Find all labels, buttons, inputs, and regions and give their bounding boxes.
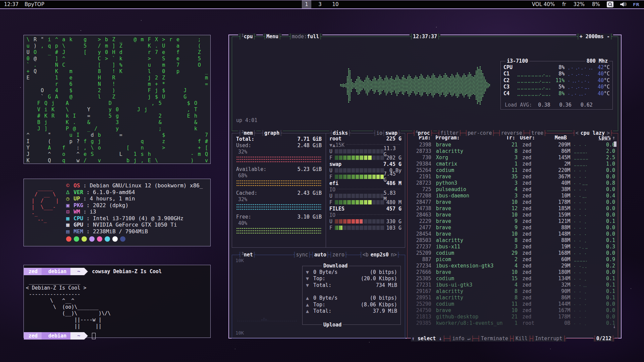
- terminal-cursor[interactable]: [92, 333, 96, 339]
- proc-tab-reverse[interactable]: reverse: [501, 130, 522, 136]
- proc-tab-filter[interactable]: filter: [440, 130, 459, 136]
- sort-prev-button[interactable]: <: [576, 130, 579, 136]
- cpu-icon: ▦: [66, 215, 73, 222]
- process-row[interactable]: 28503alacritty8zed88M⠄ ⠄ ⡀0.1: [408, 237, 618, 243]
- process-row[interactable]: 2477brave9zed88M⠄ ⠄ ⠄0.0: [408, 224, 618, 231]
- process-row[interactable]: 25209codium29zed168M⠄ ⠄ ⠄0.0: [408, 250, 618, 256]
- iface-next-button[interactable]: n>: [391, 252, 397, 258]
- loadavg-values: 0.38 0.36 0.62: [538, 102, 593, 108]
- system-info-line: ◷UP : 4 hours, 1 min: [66, 195, 203, 202]
- matrix-row: ^ " u I d b = $ 7 a: [26, 132, 208, 138]
- disks-io-tab[interactable]: io: [376, 130, 382, 136]
- interrupt-button[interactable]: Interrupt: [534, 336, 563, 342]
- process-row[interactable]: 2398brave21zed209M⠄ ⠄ ⠄0.0: [408, 141, 618, 148]
- process-row[interactable]: 21813github-desktop21zed178M⠄ ⠄ ⠄0.0: [408, 313, 618, 320]
- mode-label[interactable]: mode:: [292, 34, 307, 40]
- disk-free-row: F103 G: [329, 225, 401, 231]
- net-stat-row: ▲0 Byte/s(0 bitps): [303, 295, 400, 302]
- cmatrix-terminal[interactable]: \ R " i ^ a k g > b Z _ @ m F X > r e ;u…: [23, 35, 211, 164]
- process-row[interactable]: 725pulseaudio4zed38M⠄ ⠄ ⠄0.0: [408, 186, 618, 192]
- window-title: BpyTOP: [24, 1, 44, 7]
- gpu-icon: ▩: [66, 222, 73, 228]
- process-row[interactable]: 2229brave9zed121M⠄ ⠄ ⡀0.1: [408, 218, 618, 224]
- mem-graph-tab[interactable]: graph: [264, 130, 279, 136]
- status-module: VOL 40%: [532, 1, 555, 7]
- process-row[interactable]: 28454brave10zed148M⠄ ⠄ ⠄0.0: [408, 231, 618, 237]
- iface-prev-button[interactable]: <b: [363, 252, 369, 258]
- process-row[interactable]: 29384cmatrix1zed2M⣀⣀⣀⣀⡀1.0: [408, 161, 618, 167]
- process-row[interactable]: 25264codium11zed220M⠄ ⠄ ⠄0.0: [408, 167, 618, 173]
- process-row[interactable]: 27208ibus-daemon3zed10M⠄ ⠄⣀⡀0.4: [408, 192, 618, 199]
- scrollbar-thumb[interactable]: [614, 141, 616, 147]
- screenshot-icon[interactable]: [607, 1, 613, 7]
- proc-tab-per-core[interactable]: per-core: [468, 130, 492, 136]
- process-row[interactable]: 25290codium11zed144M⠄ ⠄ ⠄0.0: [408, 301, 618, 307]
- process-row[interactable]: 730Xorg3zed145M⣀⣀⣀⣀⣀2.5: [408, 154, 618, 161]
- mem-meter: [236, 227, 322, 235]
- disk-free-row: F202 G: [329, 155, 401, 161]
- net-stat-row: ▼0 Byte/s(0 bitps): [303, 269, 400, 276]
- matrix-row: F Q j A D , 5 $ O H: [26, 100, 208, 107]
- process-row[interactable]: 887picom2zed60M⣀⣀⣀⣀⡀0.9: [408, 256, 618, 262]
- keyboard-layout[interactable]: FR: [633, 2, 639, 7]
- workspace-button-3[interactable]: 3: [313, 0, 327, 8]
- proc-tab-tree[interactable]: tree: [531, 130, 543, 136]
- sort-mode[interactable]: cpu lazy: [579, 130, 607, 136]
- disk-used-row: U11.3 G: [329, 148, 401, 155]
- matrix-row: E 1 e H R j 2 Z m: [26, 75, 208, 81]
- process-row[interactable]: 28733alacritty8zed86M⣀⣀⣀⣀⡀2.0: [408, 148, 618, 154]
- process-row[interactable]: 27237ibus-x113zed19M⠄ ⠄⡀⣀0.3: [408, 243, 618, 250]
- prompt-user: zed: [24, 268, 42, 275]
- workspace-button-1[interactable]: 1: [302, 0, 311, 8]
- mem-meter: [236, 180, 322, 187]
- net-tab-sync[interactable]: sync: [296, 252, 308, 258]
- matrix-row: r 6 N ! m + * =: [26, 81, 208, 87]
- cpu-box-title: cpu: [244, 34, 253, 40]
- terminate-button[interactable]: Terminate: [480, 336, 509, 342]
- process-row[interactable]: 27666brave10zed180M⠄ ⠄ ⠄0.0: [408, 269, 618, 275]
- process-row[interactable]: 28477brave10zed178M⠄ ⠄ ⠄0.0: [408, 199, 618, 205]
- cpu-stats-panel: i3-7100 800 Mhz CPU8%⡀⠄⢀⠄⡀⠄⢀⡀42°CC1⣀⣀⣀⣀⣀…: [500, 61, 613, 110]
- scroll-down-arrow[interactable]: ↓: [613, 323, 616, 329]
- disk-name-row: swap7.45 G: [329, 161, 401, 167]
- matrix-row: ` . N C [ ] % u m 7 O: [26, 62, 208, 68]
- volume-icon[interactable]: )): [620, 2, 626, 7]
- process-row[interactable]: 29385kworker/u8:1-events_un1root0B⠄ ⠄ ⡀0…: [408, 320, 618, 326]
- process-row[interactable]: 28463brave10zed159M⠄ ⠄ ⠄0.0: [408, 212, 618, 218]
- menu-button[interactable]: Menu: [266, 34, 278, 40]
- cowsay-output: _________________ < Debian-Z Is Cool > -…: [26, 279, 210, 329]
- kill-button[interactable]: Kill: [515, 336, 528, 342]
- status-modules: VOL 40%fr32%8%: [532, 1, 600, 7]
- process-row[interactable]: 27234ibus-extension-gtk34zed29M⠄ ⠄⡀⡀0.2: [408, 262, 618, 269]
- net-tab-auto[interactable]: auto: [314, 252, 326, 258]
- net-tab-zero[interactable]: zero: [332, 252, 344, 258]
- select-control[interactable]: ↑ select ↓: [411, 336, 442, 342]
- process-row[interactable]: 24750brave10zed167M⠄ ⠄ ⠄0.0: [408, 307, 618, 313]
- process-row[interactable]: 25305codium15zed134M⠄ ⠄ ⡀0.1: [408, 275, 618, 282]
- process-row[interactable]: 2191brave35zed367M⠄ ⠄ ⠄0.0: [408, 173, 618, 180]
- mem-meter: [236, 203, 322, 211]
- info-button[interactable]: info ↵: [451, 336, 471, 342]
- fetch-terminal[interactable]: _____ / __ \ | / | | \___- -_ --_ ©OS : …: [23, 179, 211, 246]
- process-row[interactable]: 28951alacritty8zed86M⠄ ⠄ ⡀0.1: [408, 294, 618, 301]
- sort-next-button[interactable]: >: [607, 130, 610, 136]
- download-title: Download: [322, 263, 349, 269]
- interval-control[interactable]: + 2000ms -: [580, 34, 610, 40]
- disk-free-row: F7.45 G: [329, 174, 401, 180]
- workspace-button-10[interactable]: 10: [329, 0, 342, 8]
- process-row[interactable]: 28723python33zed40M⠄ ⠄⣀⣀0.8: [408, 180, 618, 186]
- disks-swap-tab[interactable]: swap: [385, 130, 397, 136]
- bpytop-window[interactable]: ┤1cpu├ ┤Menu├ ┤mode:full├ ┤12:37:37├ ┤+ …: [228, 35, 622, 339]
- system-info-line: ⊡WM : i3: [66, 208, 203, 215]
- process-row[interactable]: 24738brave12zed185M⠄ ⠄ ⠄0.0: [408, 205, 618, 212]
- process-row[interactable]: 27231ibus-ui-gtk34zed32M⠄ ⠄⢀⡀0.1: [408, 282, 618, 288]
- matrix-row: Y A f : , \ o [ n > + [ &: [26, 145, 208, 151]
- shell-prompt-2[interactable]: zed debian ~: [24, 332, 210, 340]
- workspace-list: 1310: [302, 0, 342, 8]
- status-module: 8%: [592, 1, 600, 7]
- core-stat-row: C3⣀⣀⣀⣀⣀⣀⣀⡠⣀⣀⣀5%⡀⠄⢀⠄⠄⣀⡀40°C: [501, 84, 612, 90]
- mode-value[interactable]: full: [307, 34, 319, 40]
- process-row[interactable]: 29167alacritty8zed90M⠄ ⠄ ⡀0.1: [408, 288, 618, 294]
- system-info-line: ▣PKG : 2022 (dpkg): [66, 202, 203, 209]
- cowsay-terminal[interactable]: zed debian ~ cowsay Debian-Z Is Cool ___…: [23, 265, 211, 338]
